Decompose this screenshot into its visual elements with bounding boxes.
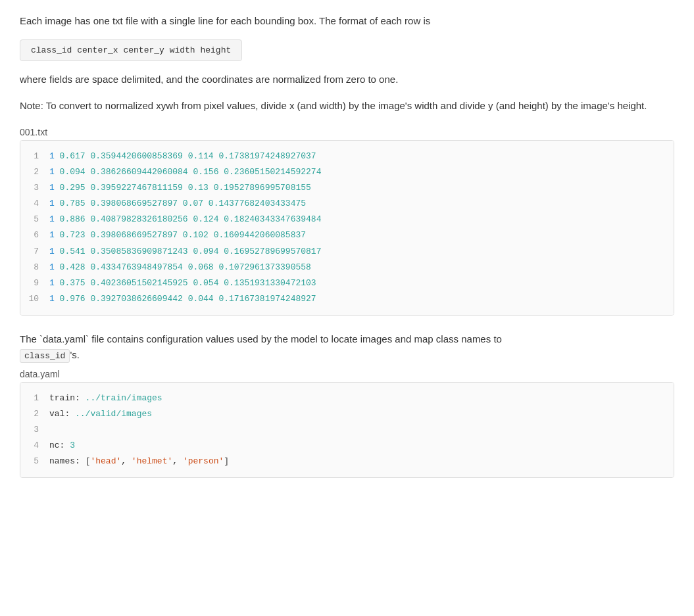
- line-content: train: ../train/images: [49, 391, 162, 406]
- line-content: 1 0.976 0.3927038626609442 0.044 0.17167…: [49, 292, 316, 306]
- line-content: 1 0.886 0.40879828326180256 0.124 0.1824…: [49, 212, 321, 227]
- table-row: 41 0.785 0.398068669527897 0.07 0.143776…: [20, 196, 674, 212]
- table-row: 3: [20, 422, 674, 438]
- line-number: 3: [26, 423, 49, 437]
- line-content: 1 0.094 0.38626609442060084 0.156 0.2360…: [49, 165, 321, 179]
- table-row: 71 0.541 0.35085836909871243 0.094 0.169…: [20, 244, 674, 260]
- table-row: 91 0.375 0.40236051502145925 0.054 0.135…: [20, 275, 674, 291]
- line-content: 1 0.375 0.40236051502145925 0.054 0.1351…: [49, 276, 316, 291]
- table-row: 21 0.094 0.38626609442060084 0.156 0.236…: [20, 164, 674, 180]
- desc2-suffix: 's.: [70, 349, 80, 360]
- line-number: 10: [26, 292, 49, 306]
- file1-code-content: 11 0.617 0.3594420600858369 0.114 0.1738…: [20, 141, 674, 315]
- line-number: 5: [26, 212, 49, 227]
- line-number: 9: [26, 276, 49, 291]
- line-number: 7: [26, 245, 49, 259]
- line-number: 1: [26, 149, 49, 164]
- line-content: val: ../valid/images: [49, 407, 152, 421]
- intro-line2: where fields are space delimited, and th…: [20, 72, 674, 87]
- table-row: 11 0.617 0.3594420600858369 0.114 0.1738…: [20, 149, 674, 164]
- line-number: 2: [26, 407, 49, 421]
- line-number: 4: [26, 438, 49, 453]
- table-row: 4nc: 3: [20, 438, 674, 454]
- line-number: 6: [26, 228, 49, 243]
- file1-code-block: 11 0.617 0.3594420600858369 0.114 0.1738…: [20, 140, 674, 316]
- file2-code-content: 1train: ../train/images2val: ../valid/im…: [20, 383, 674, 477]
- line-content: 1 0.785 0.398068669527897 0.07 0.1437768…: [49, 197, 306, 211]
- table-row: 2val: ../valid/images: [20, 406, 674, 422]
- table-row: 1train: ../train/images: [20, 391, 674, 406]
- line-content: names: ['head', 'helmet', 'person']: [49, 454, 229, 469]
- line-content: 1 0.541 0.35085836909871243 0.094 0.1695…: [49, 245, 321, 259]
- class-id-inline-code: class_id: [20, 349, 70, 363]
- file1-label: 001.txt: [20, 127, 674, 137]
- intro-line1: Each image has one txt file with a singl…: [20, 13, 674, 29]
- line-content: 1 0.617 0.3594420600858369 0.114 0.17381…: [49, 149, 316, 164]
- note-text: Note: To convert to normalized xywh from…: [20, 98, 674, 114]
- line-number: 3: [26, 181, 49, 195]
- file2-label: data.yaml: [20, 369, 674, 379]
- line-content: 1 0.428 0.4334763948497854 0.068 0.10729…: [49, 260, 311, 275]
- format-code-block: class_id center_x center_y width height: [20, 39, 242, 61]
- line-number: 8: [26, 260, 49, 275]
- table-row: 5names: ['head', 'helmet', 'person']: [20, 454, 674, 469]
- table-row: 31 0.295 0.3959227467811159 0.13 0.19527…: [20, 180, 674, 196]
- table-row: 51 0.886 0.40879828326180256 0.124 0.182…: [20, 212, 674, 227]
- table-row: 101 0.976 0.3927038626609442 0.044 0.171…: [20, 291, 674, 307]
- file2-code-block: 1train: ../train/images2val: ../valid/im…: [20, 382, 674, 478]
- line-number: 5: [26, 454, 49, 469]
- line-number: 1: [26, 391, 49, 406]
- line-content: 1 0.295 0.3959227467811159 0.13 0.195278…: [49, 181, 311, 195]
- table-row: 81 0.428 0.4334763948497854 0.068 0.1072…: [20, 260, 674, 275]
- line-content: 1 0.723 0.398068669527897 0.102 0.160944…: [49, 228, 306, 243]
- line-number: 2: [26, 165, 49, 179]
- desc2-paragraph: The `data.yaml` file contains configurat…: [20, 331, 674, 364]
- line-content: nc: 3: [49, 438, 75, 453]
- desc2-line: The `data.yaml` file contains configurat…: [20, 333, 502, 344]
- line-number: 4: [26, 197, 49, 211]
- table-row: 61 0.723 0.398068669527897 0.102 0.16094…: [20, 227, 674, 243]
